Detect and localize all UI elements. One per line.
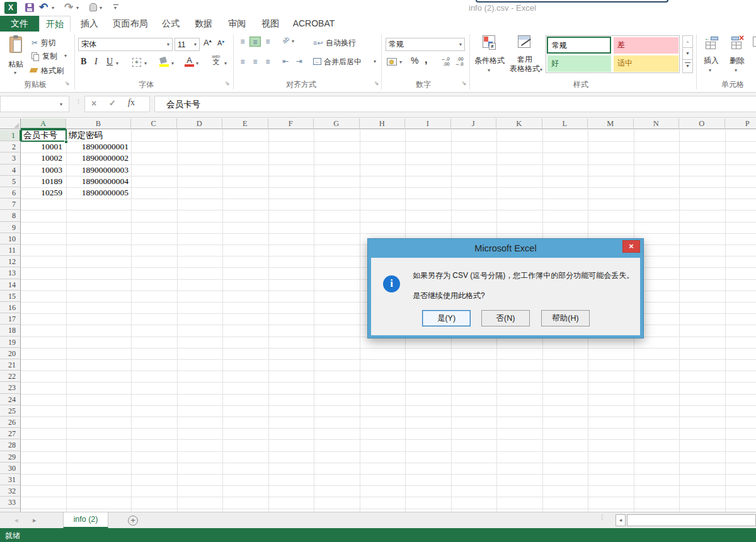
column-header-M[interactable]: M xyxy=(588,118,634,129)
row-header-29[interactable]: 29 xyxy=(0,451,21,463)
row-header-4[interactable]: 4 xyxy=(0,164,21,176)
styles-gallery-more-button[interactable]: ▼ xyxy=(682,59,693,73)
alignment-dialog-launcher[interactable]: ⇘ xyxy=(374,80,379,86)
font-dialog-launcher[interactable]: ⇘ xyxy=(225,80,230,86)
italic-button[interactable]: I xyxy=(94,57,98,67)
row-header-20[interactable]: 20 xyxy=(0,348,21,359)
conditional-formatting-button[interactable]: ≠ 条件格式 ▾ xyxy=(474,35,507,86)
new-sheet-button[interactable]: + xyxy=(128,516,138,526)
cell[interactable]: 18900000002 xyxy=(66,153,131,164)
format-as-table-button[interactable]: 套用 表格格式▾ xyxy=(509,35,542,86)
excel-logo-icon[interactable]: X xyxy=(4,2,17,14)
cell[interactable]: 绑定密码 xyxy=(66,130,131,141)
row-header-10[interactable]: 10 xyxy=(0,233,21,245)
insert-function-icon[interactable]: fx xyxy=(128,98,135,108)
font-size-combo[interactable]: 11▾ xyxy=(175,38,200,51)
row-header-33[interactable]: 33 xyxy=(0,497,21,508)
format-cells-icon-partial[interactable] xyxy=(753,37,756,47)
tab-view[interactable]: 视图 xyxy=(253,16,287,32)
insert-cells-button[interactable]: ← 插入 ▾ xyxy=(701,35,722,86)
cell[interactable]: 10189 xyxy=(21,176,66,187)
style-normal[interactable]: 常规 xyxy=(547,37,611,54)
row-header-6[interactable]: 6 xyxy=(0,187,21,199)
phonetic-dropdown[interactable]: ▾ xyxy=(224,61,227,66)
increase-decimal-icon[interactable]: ←.0.00 xyxy=(441,57,450,67)
align-bottom-icon[interactable]: ≡ xyxy=(262,37,273,47)
align-right-icon[interactable]: ≡ xyxy=(262,57,273,67)
row-header-23[interactable]: 23 xyxy=(0,382,21,393)
dialog-no-button[interactable]: 否(N) xyxy=(481,310,530,326)
column-header-H[interactable]: H xyxy=(360,118,406,129)
tab-formulas[interactable]: 公式 xyxy=(154,16,188,32)
cell[interactable]: 10001 xyxy=(21,141,66,153)
grow-font-button[interactable]: A▴ xyxy=(203,38,212,47)
column-header-E[interactable]: E xyxy=(222,118,268,129)
font-color-icon[interactable]: A xyxy=(185,55,194,67)
number-dialog-launcher[interactable]: ⇘ xyxy=(462,80,467,86)
row-header-13[interactable]: 13 xyxy=(0,267,21,279)
row-header-17[interactable]: 17 xyxy=(0,313,21,325)
row-header-19[interactable]: 19 xyxy=(0,337,21,348)
increase-indent-icon[interactable]: ⇥ xyxy=(296,57,302,66)
save-icon[interactable] xyxy=(25,3,34,12)
align-top-icon[interactable]: ≡ xyxy=(237,37,248,47)
decrease-decimal-icon[interactable]: .00→.0 xyxy=(455,57,464,67)
accounting-dropdown[interactable]: ▾ xyxy=(399,60,402,65)
orientation-icon[interactable]: ab xyxy=(281,35,291,45)
fill-color-icon[interactable] xyxy=(159,57,169,67)
borders-dropdown[interactable]: ▾ xyxy=(144,61,147,66)
cell[interactable]: 10259 xyxy=(21,187,66,199)
column-header-G[interactable]: G xyxy=(314,118,360,129)
underline-dropdown[interactable]: ▾ xyxy=(116,61,118,66)
format-painter-button[interactable]: 格式刷 xyxy=(30,66,72,77)
row-header-2[interactable]: 2 xyxy=(0,141,21,153)
redo-dropdown-icon[interactable]: ▾ xyxy=(76,6,79,11)
delete-cells-button[interactable]: × 删除 ▾ xyxy=(726,35,748,86)
customize-qat-arrow[interactable]: ▾ xyxy=(114,6,117,11)
row-header-8[interactable]: 8 xyxy=(0,210,21,221)
style-good[interactable]: 好 xyxy=(547,55,611,72)
column-header-N[interactable]: N xyxy=(634,118,680,129)
dialog-help-button[interactable]: 帮助(H) xyxy=(541,310,590,326)
style-neutral[interactable]: 适中 xyxy=(614,55,679,72)
row-header-21[interactable]: 21 xyxy=(0,359,21,371)
row-header-25[interactable]: 25 xyxy=(0,405,21,417)
copy-button[interactable]: 复制 ▾ xyxy=(32,51,73,62)
row-header-31[interactable]: 31 xyxy=(0,474,21,485)
cancel-icon[interactable]: × xyxy=(91,98,96,108)
style-bad[interactable]: 差 xyxy=(614,37,679,54)
cell[interactable]: 18900000005 xyxy=(66,187,131,199)
tab-home[interactable]: 开始 xyxy=(39,16,71,32)
row-header-12[interactable]: 12 xyxy=(0,256,21,267)
hscroll-left-button[interactable]: ◂ xyxy=(616,514,626,526)
sheet-nav-left-icon[interactable]: ◂ xyxy=(14,516,18,524)
touch-mode-icon[interactable] xyxy=(89,3,97,11)
name-box[interactable]: ▾ xyxy=(0,96,69,112)
styles-gallery-up-button[interactable]: ▲ xyxy=(682,35,693,48)
row-header-22[interactable]: 22 xyxy=(0,371,21,382)
shrink-font-button[interactable]: A▾ xyxy=(217,39,224,47)
percent-icon[interactable]: % xyxy=(411,55,418,66)
tab-scrollbar-splitter[interactable]: ⋮ xyxy=(599,516,605,519)
formula-bar-splitter[interactable]: ⋮ xyxy=(76,100,81,103)
cell[interactable]: 18900000003 xyxy=(66,164,131,176)
tab-page-layout[interactable]: 页面布局 xyxy=(107,16,153,32)
tab-review[interactable]: 审阅 xyxy=(220,16,254,32)
row-header-18[interactable]: 18 xyxy=(0,325,21,336)
paste-button[interactable]: 粘贴 ▾ xyxy=(5,35,28,84)
tab-data[interactable]: 数据 xyxy=(186,16,220,32)
column-header-D[interactable]: D xyxy=(177,118,223,129)
cell[interactable]: 10003 xyxy=(21,164,66,176)
row-header-7[interactable]: 7 xyxy=(0,199,21,210)
sheet-nav-right-icon[interactable]: ▸ xyxy=(33,516,37,524)
cell[interactable]: 18900000004 xyxy=(66,176,131,187)
column-header-J[interactable]: J xyxy=(451,118,497,129)
styles-gallery-down-button[interactable]: ▼ xyxy=(682,47,693,60)
row-header-3[interactable]: 3 xyxy=(0,153,21,164)
row-header-27[interactable]: 27 xyxy=(0,428,21,439)
row-header-28[interactable]: 28 xyxy=(0,439,21,451)
column-header-O[interactable]: O xyxy=(679,118,725,129)
wrap-text-button[interactable]: ≡↩ 自动换行 xyxy=(313,37,376,48)
tab-acrobat[interactable]: ACROBAT xyxy=(289,16,339,32)
fill-handle[interactable] xyxy=(64,140,68,144)
